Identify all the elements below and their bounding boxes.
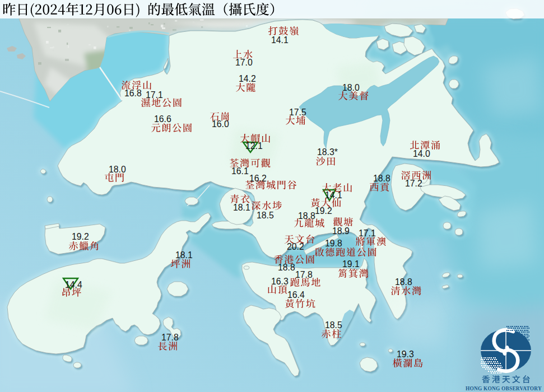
svg-text:14.2: 14.2 — [239, 74, 256, 83]
svg-text:16.4: 16.4 — [287, 290, 305, 300]
svg-text:14.1: 14.1 — [271, 35, 289, 45]
svg-text:16.6: 16.6 — [154, 114, 171, 124]
svg-text:19.3: 19.3 — [397, 349, 414, 359]
svg-text:19.2: 19.2 — [315, 206, 332, 216]
svg-text:18.1: 18.1 — [233, 203, 250, 212]
svg-text:18.0: 18.0 — [109, 165, 126, 174]
svg-text:16.1: 16.1 — [231, 166, 249, 176]
svg-text:14.0: 14.0 — [413, 149, 430, 158]
svg-text:12.1: 12.1 — [245, 141, 263, 151]
svg-text:19.1: 19.1 — [342, 259, 360, 269]
svg-text:17.0: 17.0 — [235, 58, 253, 67]
svg-text:18.9: 18.9 — [332, 226, 350, 236]
svg-text:14.1: 14.1 — [325, 190, 342, 200]
svg-text:18.1: 18.1 — [175, 250, 193, 260]
svg-text:16.8: 16.8 — [124, 88, 142, 98]
svg-text:16.3: 16.3 — [271, 277, 289, 286]
svg-text:17.5: 17.5 — [289, 108, 306, 117]
svg-text:17.8: 17.8 — [295, 270, 313, 279]
svg-text:14.4: 14.4 — [65, 280, 82, 290]
svg-text:18.3*: 18.3* — [317, 147, 338, 157]
svg-text:18.5: 18.5 — [257, 211, 274, 220]
svg-text:17.1: 17.1 — [359, 228, 376, 238]
svg-text:18.8: 18.8 — [278, 263, 295, 272]
svg-text:18.8: 18.8 — [298, 211, 315, 221]
svg-text:17.8: 17.8 — [161, 333, 179, 342]
svg-text:20.2: 20.2 — [287, 242, 304, 251]
svg-text:18.8: 18.8 — [373, 174, 390, 183]
svg-text:19.8: 19.8 — [325, 239, 342, 248]
svg-text:18.8: 18.8 — [395, 277, 412, 287]
svg-text:16.2: 16.2 — [249, 174, 267, 183]
svg-text:16.0: 16.0 — [212, 119, 229, 129]
svg-text:18.5: 18.5 — [325, 320, 342, 330]
svg-text:18.0: 18.0 — [342, 83, 360, 92]
svg-text:17.2: 17.2 — [405, 179, 422, 188]
svg-text:17.1: 17.1 — [146, 90, 163, 100]
svg-text:19.2: 19.2 — [72, 232, 89, 241]
svg-text:HONG KONG OBSERVATORY: HONG KONG OBSERVATORY — [466, 386, 542, 391]
